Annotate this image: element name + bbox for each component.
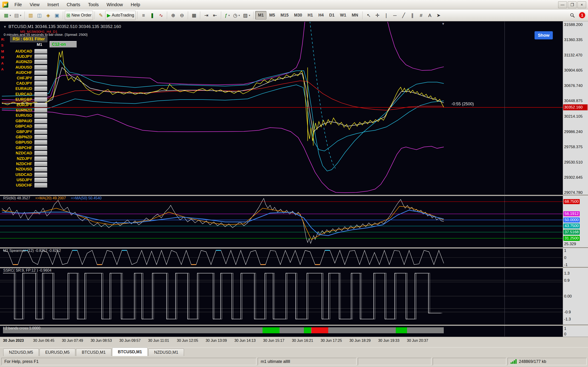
horizontal-line-tool[interactable]: ─ — [390, 11, 399, 20]
arrows-tool[interactable]: ➤ — [434, 11, 443, 20]
navigator-button[interactable]: ◈ — [44, 11, 52, 20]
pair-signal-button[interactable] — [35, 167, 47, 172]
pair-signal-button[interactable] — [35, 146, 47, 150]
pair-signal-button[interactable] — [35, 97, 47, 102]
pair-signal-button[interactable] — [35, 151, 47, 156]
pair-signal-button[interactable] — [35, 119, 47, 123]
restore-button[interactable]: ❐ — [568, 1, 577, 8]
panel-separator[interactable] — [0, 247, 588, 248]
new-chart-button[interactable]: ▦▾ — [2, 11, 13, 20]
panel-separator[interactable] — [0, 325, 588, 326]
channel-tool[interactable]: ∥ — [408, 11, 417, 20]
zoom-out-button[interactable]: ⊖ — [178, 11, 186, 20]
pair-signal-button[interactable] — [35, 140, 47, 145]
search-button[interactable] — [568, 11, 577, 20]
menu-item[interactable]: Insert — [43, 0, 63, 9]
pair-signal-button[interactable] — [35, 92, 47, 97]
chart-shift-button[interactable]: ⇤ — [211, 11, 219, 20]
pair-row[interactable]: EURNZD — [6, 108, 47, 113]
chart-tab[interactable]: BTCUSD,M1 — [112, 348, 148, 356]
autoscroll-button[interactable]: ⇥ — [202, 11, 211, 20]
panel-separator[interactable] — [0, 195, 588, 196]
pair-row[interactable]: AUDNZD — [6, 59, 47, 65]
text-tool[interactable]: A — [425, 11, 434, 20]
minimize-button[interactable]: — — [558, 1, 567, 8]
profiles-button[interactable]: ▤▾ — [13, 11, 23, 20]
pair-row[interactable]: GBPUSD — [6, 140, 47, 145]
pair-row[interactable]: GBPNZD — [6, 134, 47, 140]
main-chart-canvas[interactable] — [0, 22, 563, 195]
periods-button[interactable]: ◷▾ — [232, 11, 242, 20]
pair-signal-button[interactable] — [35, 86, 47, 91]
timeframe-button[interactable]: M1 — [255, 11, 267, 19]
pair-row[interactable]: GBPAUD — [6, 118, 47, 124]
pair-signal-button[interactable] — [35, 130, 47, 134]
pair-row[interactable]: EURAUD — [6, 86, 47, 92]
trendline-tool[interactable]: ╱ — [399, 11, 408, 20]
timeframe-button[interactable]: H4 — [316, 11, 326, 19]
pair-row[interactable]: AUDCHF — [6, 70, 47, 75]
metaeditor-button[interactable]: ✎ — [96, 11, 105, 20]
pair-row[interactable]: USDJPY — [6, 177, 47, 183]
pair-row[interactable]: USDCAD — [6, 172, 47, 177]
pair-row[interactable]: NZDCAD — [6, 150, 47, 156]
crosshair-tool[interactable]: ✛ — [373, 11, 382, 20]
spearman-panel-canvas[interactable] — [0, 248, 563, 267]
timeframe-button[interactable]: M5 — [267, 11, 278, 19]
chart-tab[interactable]: EURUSD,M5 — [40, 348, 75, 356]
pair-row[interactable]: AUDJPY — [6, 54, 47, 59]
timeframe-button[interactable]: M30 — [291, 11, 305, 19]
pair-signal-button[interactable] — [35, 156, 47, 161]
pair-row[interactable]: AUDUSD — [6, 65, 47, 70]
indicators-button[interactable]: ƒ▾ — [223, 11, 232, 20]
close-button[interactable]: × — [578, 1, 586, 8]
pair-signal-button[interactable] — [35, 49, 47, 54]
timeframe-button[interactable]: W1 — [337, 11, 349, 19]
chart-tab[interactable]: NZDUSD,M1 — [148, 348, 184, 356]
bars-button[interactable]: ≡ — [139, 11, 148, 20]
c12-toggle-badge[interactable]: C12-on — [50, 41, 77, 48]
pair-row[interactable]: AUDCAD — [6, 49, 47, 54]
pair-signal-button[interactable] — [35, 54, 47, 59]
shift-marker-icon[interactable]: ▼ — [441, 22, 445, 26]
price-scale[interactable]: 31588.20031360.33531132.47030904.6053067… — [563, 21, 588, 337]
pair-row[interactable]: GBPJPY — [6, 129, 47, 134]
pair-signal-button[interactable] — [35, 103, 47, 107]
ssrc-panel-canvas[interactable] — [0, 268, 563, 325]
pair-signal-button[interactable] — [35, 162, 47, 166]
pair-row[interactable]: NZDUSD — [6, 167, 47, 172]
timeframe-button[interactable]: D1 — [326, 11, 337, 19]
pair-row[interactable]: NZDJPY — [6, 156, 47, 161]
pair-signal-button[interactable] — [35, 183, 47, 188]
timeframe-button[interactable]: MN — [349, 11, 361, 19]
menu-item[interactable]: Help — [127, 0, 144, 9]
pair-signal-button[interactable] — [35, 76, 47, 81]
candles-button[interactable]: ❚ — [148, 11, 157, 20]
autotrading-button[interactable]: ▶AutoTrading — [105, 11, 136, 20]
show-button[interactable]: Show — [535, 31, 553, 40]
line-chart-button[interactable]: ∿ — [157, 11, 165, 20]
pair-signal-button[interactable] — [35, 135, 47, 140]
timeframe-button[interactable]: H1 — [305, 11, 316, 19]
data-window-button[interactable]: ◫ — [35, 11, 44, 20]
pair-row[interactable]: NZDCHF — [6, 161, 47, 167]
market-watch-button[interactable]: ▥ — [26, 11, 35, 20]
menu-item[interactable]: File — [10, 0, 26, 9]
menu-item[interactable]: View — [26, 0, 43, 9]
terminal-button[interactable]: ▣ — [52, 11, 61, 20]
menu-item[interactable]: Tools — [84, 0, 103, 9]
pair-signal-button[interactable] — [35, 81, 47, 86]
chart-tab[interactable]: NZDUSD,M5 — [3, 348, 39, 356]
pair-row[interactable]: CHFJPY — [6, 75, 47, 81]
pair-signal-button[interactable] — [35, 108, 47, 113]
menu-item[interactable]: Charts — [63, 0, 84, 9]
pair-row[interactable]: GBPCHF — [6, 145, 47, 150]
cursor-tool[interactable]: ↖ — [364, 11, 373, 20]
pair-signal-button[interactable] — [35, 70, 47, 75]
zoom-in-button[interactable]: ⊕ — [169, 11, 178, 20]
notification-badge[interactable]: 1 — [579, 12, 586, 19]
pair-row[interactable]: EURCAD — [6, 92, 47, 97]
pair-row[interactable]: USDCHF — [6, 183, 47, 188]
time-scale[interactable]: 30 Jun 202330 Jun 06:4530 Jun 07:4930 Ju… — [0, 337, 588, 344]
pair-signal-button[interactable] — [35, 113, 47, 118]
